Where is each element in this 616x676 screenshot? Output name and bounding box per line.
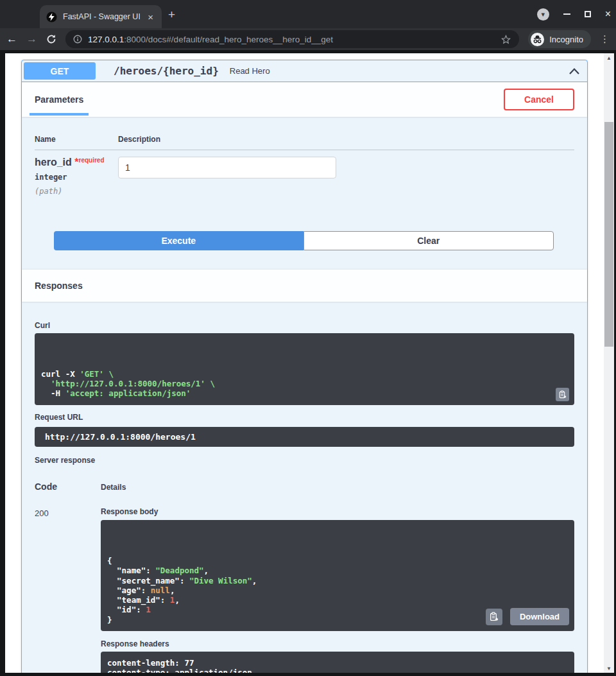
column-header-name: Name: [35, 135, 118, 144]
scrollbar-thumb[interactable]: [604, 122, 613, 347]
browser-update-icon[interactable]: ▾: [537, 8, 549, 21]
scroll-down-icon[interactable]: ▼: [604, 664, 614, 673]
browser-toolbar: ← → 127.0.0.1:8000/docs#/default/read_he…: [0, 28, 616, 50]
tab-title: FastAPI - Swagger UI: [63, 12, 140, 21]
parameter-row: hero_id *required integer (path): [35, 150, 574, 196]
execute-button[interactable]: Execute: [54, 231, 304, 250]
clear-button[interactable]: Clear: [304, 231, 554, 250]
browser-tabstrip: FastAPI - Swagger UI × + ▾ ×: [0, 0, 616, 28]
browser-tab[interactable]: FastAPI - Swagger UI ×: [40, 5, 162, 28]
clipboard-icon: [489, 612, 499, 621]
fastapi-favicon-icon: [46, 12, 57, 22]
bookmark-star-icon[interactable]: [501, 34, 511, 45]
responses-title: Responses: [35, 281, 83, 291]
cancel-button[interactable]: Cancel: [504, 89, 574, 110]
curl-label: Curl: [35, 321, 574, 330]
parameter-name: hero_id *required: [35, 157, 118, 168]
new-tab-button[interactable]: +: [168, 8, 175, 21]
server-response-details-header: Details: [101, 483, 126, 492]
copy-curl-button[interactable]: [556, 388, 569, 401]
server-response-code-header: Code: [35, 481, 101, 492]
responses-section: Curl curl -X 'GET' \ 'http://127.0.0.1:8…: [22, 302, 587, 673]
copy-response-button[interactable]: [486, 609, 502, 625]
response-headers-label: Response headers: [101, 639, 574, 648]
required-label: required: [78, 157, 104, 164]
response-headers-block: content-length: 77content-type: applicat…: [101, 652, 574, 673]
collapse-chevron-icon[interactable]: [568, 66, 581, 76]
browser-menu-icon[interactable]: ⋮: [600, 33, 610, 45]
request-url-label: Request URL: [35, 413, 574, 422]
clipboard-icon: [558, 390, 567, 399]
server-response-label: Server response: [35, 456, 574, 465]
curl-code-block: curl -X 'GET' \ 'http://127.0.0.1:8000/h…: [35, 333, 574, 405]
tab-close-icon[interactable]: ×: [146, 12, 155, 22]
response-body-label: Response body: [101, 507, 574, 516]
window-close-button[interactable]: ×: [605, 10, 611, 18]
parameters-header: Parameters Cancel: [22, 82, 587, 117]
responses-section-header: Responses: [22, 270, 587, 302]
parameter-type: integer: [35, 173, 118, 182]
download-button[interactable]: Download: [510, 608, 569, 625]
address-bar[interactable]: 127.0.0.1:8000/docs#/default/read_hero_h…: [65, 30, 519, 48]
back-button[interactable]: ←: [6, 33, 17, 46]
column-header-description: Description: [118, 135, 160, 144]
parameter-location: (path): [35, 187, 118, 196]
hero-id-input[interactable]: [118, 157, 336, 178]
url-text: 127.0.0.1:8000/docs#/default/read_hero_h…: [88, 35, 495, 44]
forward-button[interactable]: →: [26, 33, 37, 46]
status-code: 200: [35, 507, 101, 673]
active-tab-underline: [30, 113, 89, 116]
tab-parameters[interactable]: Parameters: [35, 94, 83, 105]
minimize-button[interactable]: [563, 13, 570, 15]
response-body-block: Download { "name": "Deadpond", "secret_n…: [101, 520, 574, 631]
endpoint-summary: Read Hero: [230, 66, 568, 76]
swagger-page: GET /heroes/{hero_id} Read Hero Paramete…: [5, 53, 604, 673]
endpoint-path: /heroes/{hero_id}: [114, 65, 219, 77]
page-scrollbar[interactable]: ▲ ▼: [604, 53, 614, 673]
server-response-row: 200 Response body: [35, 507, 574, 673]
opblock-header[interactable]: GET /heroes/{hero_id} Read Hero: [22, 60, 587, 82]
parameters-section: Name Description hero_id *required integ…: [22, 117, 587, 270]
incognito-label: Incognito: [549, 35, 583, 44]
site-info-icon[interactable]: [73, 35, 82, 44]
maximize-button[interactable]: [585, 11, 591, 17]
incognito-badge: Incognito: [528, 30, 591, 48]
http-method-badge: GET: [24, 62, 96, 80]
opblock-get-heroes: GET /heroes/{hero_id} Read Hero Paramete…: [21, 60, 588, 673]
incognito-icon: [533, 35, 542, 44]
request-url-block: http://127.0.0.1:8000/heroes/1: [35, 427, 574, 447]
scroll-up-icon[interactable]: ▲: [604, 53, 614, 62]
reload-button[interactable]: [46, 34, 56, 44]
